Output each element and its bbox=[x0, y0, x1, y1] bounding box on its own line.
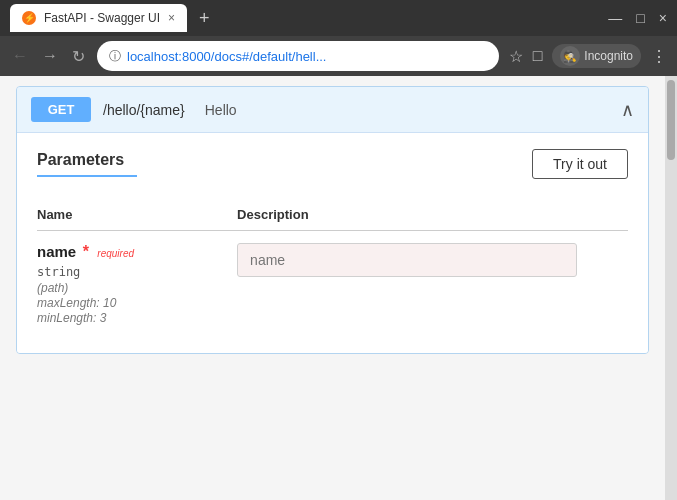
address-bar: ← → ↻ ⓘ localhost:8000/docs#/default/hel… bbox=[0, 36, 677, 76]
window-controls: — □ × bbox=[608, 10, 667, 26]
param-type: string bbox=[37, 265, 225, 279]
content-area: GET /hello/{name} Hello ∧ Parameters Try… bbox=[0, 76, 677, 500]
title-bar-left: ⚡ FastAPI - Swagger UI × + bbox=[10, 4, 600, 32]
param-constraint-minlength: minLength: 3 bbox=[37, 311, 225, 325]
scrollbar[interactable] bbox=[665, 76, 677, 500]
required-star: * bbox=[83, 243, 89, 260]
param-name-input[interactable] bbox=[237, 243, 577, 277]
param-name-line: name * required bbox=[37, 243, 225, 261]
param-constraint-maxlength: maxLength: 10 bbox=[37, 296, 225, 310]
tab-close-button[interactable]: × bbox=[168, 11, 175, 25]
endpoint-header[interactable]: GET /hello/{name} Hello ∧ bbox=[17, 87, 648, 132]
extension-icon[interactable]: □ bbox=[533, 47, 543, 65]
forward-button[interactable]: → bbox=[40, 45, 60, 67]
col-name-header: Name bbox=[37, 199, 237, 231]
tab-title: FastAPI - Swagger UI bbox=[44, 11, 160, 25]
params-title: Parameters bbox=[37, 151, 137, 177]
endpoint-path: /hello/{name} bbox=[103, 102, 185, 118]
minimize-button[interactable]: — bbox=[608, 10, 622, 26]
method-badge: GET bbox=[31, 97, 91, 122]
url-bar[interactable]: ⓘ localhost:8000/docs#/default/hell... bbox=[97, 41, 499, 71]
main-scroll[interactable]: GET /hello/{name} Hello ∧ Parameters Try… bbox=[0, 76, 665, 500]
endpoint-body: Parameters Try it out Name Description bbox=[17, 132, 648, 353]
param-name-cell: name * required string (path) maxLength:… bbox=[37, 231, 237, 338]
title-bar: ⚡ FastAPI - Swagger UI × + — □ × bbox=[0, 0, 677, 36]
incognito-label: Incognito bbox=[584, 49, 633, 63]
maximize-button[interactable]: □ bbox=[636, 10, 644, 26]
back-button[interactable]: ← bbox=[10, 45, 30, 67]
params-table: Name Description name * required bbox=[37, 199, 628, 337]
url-host: localhost:8000/docs#/default/hell... bbox=[127, 49, 326, 64]
param-desc-cell bbox=[237, 231, 628, 338]
param-name: name bbox=[37, 243, 76, 260]
chevron-up-icon: ∧ bbox=[621, 99, 634, 121]
params-header-row: Parameters Try it out bbox=[37, 149, 628, 187]
try-it-out-button[interactable]: Try it out bbox=[532, 149, 628, 179]
url-text: localhost:8000/docs#/default/hell... bbox=[127, 49, 326, 64]
incognito-icon: 🕵 bbox=[560, 46, 580, 66]
required-label: required bbox=[97, 248, 134, 259]
new-tab-button[interactable]: + bbox=[193, 6, 216, 31]
table-header-row: Name Description bbox=[37, 199, 628, 231]
endpoint-summary: Hello bbox=[205, 102, 237, 118]
swagger-endpoint: GET /hello/{name} Hello ∧ Parameters Try… bbox=[16, 86, 649, 354]
address-bar-actions: ☆ □ 🕵 Incognito ⋮ bbox=[509, 44, 667, 68]
incognito-badge: 🕵 Incognito bbox=[552, 44, 641, 68]
param-location: (path) bbox=[37, 281, 225, 295]
refresh-button[interactable]: ↻ bbox=[70, 45, 87, 68]
url-info-icon: ⓘ bbox=[109, 48, 121, 65]
col-desc-header: Description bbox=[237, 199, 628, 231]
bookmark-icon[interactable]: ☆ bbox=[509, 47, 523, 66]
browser-tab[interactable]: ⚡ FastAPI - Swagger UI × bbox=[10, 4, 187, 32]
menu-icon[interactable]: ⋮ bbox=[651, 47, 667, 66]
close-button[interactable]: × bbox=[659, 10, 667, 26]
scrollbar-thumb[interactable] bbox=[667, 80, 675, 160]
browser-frame: ⚡ FastAPI - Swagger UI × + — □ × ← → ↻ ⓘ… bbox=[0, 0, 677, 500]
table-row: name * required string (path) maxLength:… bbox=[37, 231, 628, 338]
tab-favicon: ⚡ bbox=[22, 11, 36, 25]
